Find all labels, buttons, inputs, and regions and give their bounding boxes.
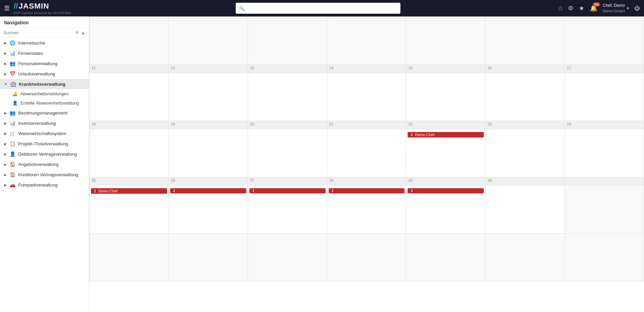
user-name-line2: Demo GmbH: [603, 9, 625, 13]
week-day-label: 26: [168, 177, 248, 185]
calendar-day-22[interactable]: 2 Demo Chef: [406, 129, 485, 177]
event-bar-28[interactable]: 2: [329, 188, 405, 193]
event-num: 2: [251, 189, 256, 193]
calendar-day-13[interactable]: [248, 73, 327, 121]
arrow-icon: ▶: [4, 51, 7, 55]
event-num: 2: [410, 189, 414, 193]
calendar-day-27[interactable]: 2: [248, 185, 327, 233]
calendar-day-28[interactable]: 2: [327, 185, 406, 233]
week-day-label: 23: [485, 121, 565, 129]
calendar-day-15[interactable]: [406, 73, 485, 121]
calendar-day[interactable]: [168, 233, 248, 281]
calendar-day[interactable]: [485, 17, 565, 65]
search-icon: 🔍: [239, 6, 245, 11]
sidebar-item-krankheitsverwaltung[interactable]: ▼ 🏥 Krankheitsverwaltung: [0, 79, 89, 89]
arrow-icon: ▶: [4, 132, 7, 135]
sidebar-subitem-erstelle-abwesenheit[interactable]: 👤 Erstelle Abwesenheitsmeldung: [0, 98, 89, 108]
week-day-label: 29: [406, 177, 485, 185]
hamburger-icon[interactable]: ☰: [4, 4, 10, 12]
sidebar-item-kreditoren[interactable]: ▶ 🏠 Kreditoren Vertragsverwaltung: [0, 169, 89, 180]
calendar-day[interactable]: [565, 17, 644, 65]
urlaubsverwaltung-icon: 📅: [10, 71, 15, 76]
sidebar-item-firmendaten[interactable]: ▶ 📊 Firmendaten: [0, 48, 89, 58]
sidebar-item-personalverwaltung[interactable]: ▶ 👥 Personalverwaltung: [0, 58, 89, 69]
sidebar-item-label: Kreditoren Vertragsverwaltung: [18, 172, 78, 177]
calendar-day-26[interactable]: 2: [168, 185, 248, 233]
calendar-day-12[interactable]: [168, 73, 248, 121]
sidebar-title: Navigation: [0, 16, 89, 28]
arrow-icon: ▶: [4, 142, 7, 146]
warenwirtschaft-icon: 🛒: [10, 131, 15, 136]
settings-icon[interactable]: ⚙: [568, 4, 573, 12]
week-day-label: 28: [327, 177, 406, 185]
calendar-day-11[interactable]: [90, 73, 169, 121]
calendar-day[interactable]: [168, 17, 248, 65]
sidebar-item-angebotsverwaltung[interactable]: ▶ 🏠 Angebotsverwaltung: [0, 159, 89, 169]
calendar-day-24[interactable]: [565, 129, 644, 177]
calendar-day[interactable]: [327, 233, 406, 281]
calendar-day-17[interactable]: [565, 73, 644, 121]
user-name-line1: Chef, Demo: [603, 3, 625, 9]
calendar-day-30[interactable]: [485, 185, 565, 233]
week-day-label: 19: [168, 121, 248, 129]
sidebar-item-label: Fuhrparkverwaltung: [18, 182, 58, 188]
sidebar-item-debitoren[interactable]: ▶ 👤 Debitoren Vertragsverwaltung: [0, 149, 89, 159]
sidebar-subitem-abwesenheitsmeldungen[interactable]: 🔔 Abwesenheitsmeldungen: [0, 89, 89, 98]
arrow-icon: ▶: [4, 41, 7, 45]
calendar-day-14[interactable]: [327, 73, 406, 121]
collapse-icon[interactable]: ▲: [81, 30, 85, 35]
calendar-day[interactable]: [406, 17, 485, 65]
firmendaten-icon: 📊: [10, 50, 15, 56]
arrow-icon: ▼: [4, 82, 8, 86]
calendar-day[interactable]: [485, 233, 565, 281]
sidebar-item-fuhrpark[interactable]: ▶ 🚗 Fuhrparkverwaltung: [0, 180, 89, 190]
sidebar-search-input[interactable]: [3, 30, 73, 35]
calendar-grid: 11 12 13 14 15 16 17: [89, 16, 644, 281]
kreditoren-icon: 🏠: [10, 172, 15, 177]
erstelle-icon: 👤: [12, 100, 18, 106]
clear-search-icon[interactable]: ✕: [75, 30, 79, 35]
event-demo-chef-22[interactable]: 2 Demo Chef: [408, 132, 484, 137]
calendar-day[interactable]: [90, 233, 169, 281]
bell-icon[interactable]: 🔔 3/3: [590, 4, 597, 12]
sidebar-item-projektticket[interactable]: ▶ 📋 Projekt-/Ticketverwaltung: [0, 139, 89, 149]
projekt-icon: 📋: [10, 141, 15, 146]
sub-item-label: Abwesenheitsmeldungen: [21, 92, 69, 96]
power-icon[interactable]: ⏻: [634, 5, 640, 11]
calendar-day-20[interactable]: [248, 129, 327, 177]
calendar-day[interactable]: [565, 233, 644, 281]
sidebar-item-internetsuche[interactable]: ▶ 🌐 Internetsuche: [0, 38, 89, 48]
sidebar-item-label: Projekt-/Ticketverwaltung: [18, 141, 68, 146]
event-demo-chef-25[interactable]: 2 Demo Chef: [91, 188, 167, 194]
calendar-day-19[interactable]: [168, 129, 248, 177]
main-content: 11 12 13 14 15 16 17: [89, 16, 644, 312]
home-icon[interactable]: ⌂: [559, 4, 562, 12]
calendar-day[interactable]: [248, 17, 327, 65]
user-chevron-icon: ▾: [627, 6, 629, 11]
calendar-day-21[interactable]: [327, 129, 406, 177]
calendar-day-faded[interactable]: [565, 185, 644, 233]
abwesenheit-icon: 🔔: [12, 91, 18, 96]
calendar-day-16[interactable]: [485, 73, 565, 121]
event-bar-29[interactable]: 2: [408, 188, 484, 193]
sidebar-item-warenwirtschaft[interactable]: ▶ 🛒 Warenwirtschaftssystem: [0, 128, 89, 139]
calendar-day[interactable]: [327, 17, 406, 65]
calendar-day[interactable]: [248, 233, 327, 281]
event-bar-27[interactable]: 2: [249, 188, 326, 193]
calendar-day[interactable]: [406, 233, 485, 281]
sidebar-item-inventarverwaltung[interactable]: ▶ 📊 Inventarverwaltung: [0, 118, 89, 128]
logo-container: // JASMIN ERP-System powered by AP-CATIO…: [14, 2, 71, 15]
calendar-day-18[interactable]: [90, 129, 169, 177]
sidebar-item-beziehungsmanagement[interactable]: ▶ 👥 Beziehungsmanagement: [0, 108, 89, 118]
user-info[interactable]: Chef, Demo Demo GmbH ▾: [603, 3, 629, 13]
calendar-day-25[interactable]: 2 Demo Chef: [90, 185, 169, 233]
calendar-day[interactable]: [90, 17, 169, 65]
search-input[interactable]: [247, 6, 397, 11]
calendar-day-23[interactable]: [485, 129, 565, 177]
arrow-icon: ▶: [4, 183, 7, 187]
sidebar-item-urlaubsverwaltung[interactable]: ▶ 📅 Urlaubsverwaltung: [0, 69, 89, 79]
arrow-icon: ▶: [4, 173, 7, 177]
calendar-day-29[interactable]: 2: [406, 185, 485, 233]
star-icon[interactable]: ★: [579, 4, 584, 12]
event-bar-26[interactable]: 2: [170, 188, 246, 193]
